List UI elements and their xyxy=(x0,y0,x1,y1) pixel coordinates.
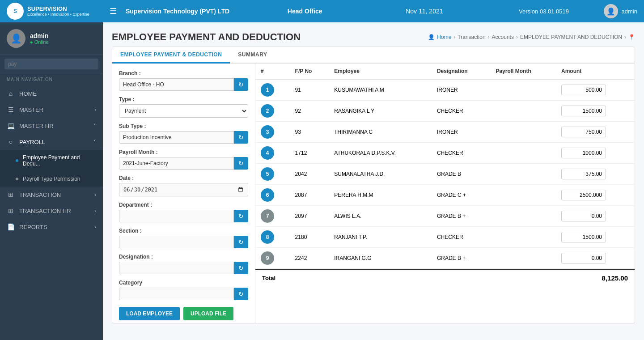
department-refresh-button[interactable]: ↻ xyxy=(234,210,248,222)
sidebar-item-emp-payment[interactable]: Employee Payment and Dedu... xyxy=(0,150,103,171)
search-input[interactable] xyxy=(4,59,98,69)
cell-designation: CHECKER xyxy=(432,143,490,164)
subtype-input[interactable] xyxy=(119,131,234,144)
date-group: Date : xyxy=(119,175,248,196)
cell-payroll-month xyxy=(490,143,556,164)
amount-input[interactable] xyxy=(561,190,606,200)
table-body: 1 91 KUSUMAWATHI A M IRONER 2 92 RASANGI… xyxy=(255,79,635,269)
breadcrumb-home[interactable]: Home xyxy=(437,34,451,40)
department-label: Department : xyxy=(119,202,248,208)
branch-input[interactable] xyxy=(119,78,234,91)
chevron-down-icon2: ˅ xyxy=(93,139,96,145)
category-input-group: ↻ xyxy=(119,288,248,300)
type-select[interactable]: Payment Deduction xyxy=(119,104,248,118)
sidebar-item-reports[interactable]: 📄 REPORTS › xyxy=(0,219,103,235)
date-input[interactable] xyxy=(119,183,248,196)
col-amount: Amount xyxy=(556,64,635,79)
cell-amount xyxy=(556,185,635,206)
col-employee: Employee xyxy=(329,64,432,79)
sidebar-item-home[interactable]: ⌂ HOME xyxy=(0,85,103,102)
section-refresh-button[interactable]: ↻ xyxy=(234,236,248,248)
section-input-group: ↻ xyxy=(119,236,248,248)
table-row: 5 2042 SUMANALATHA J.D. GRADE B xyxy=(255,164,635,185)
nav-user: 👤 admin xyxy=(604,4,637,18)
right-panel: # F/P No Employee Designation Payroll Mo… xyxy=(255,64,635,323)
cell-amount xyxy=(556,101,635,122)
row-number: 5 xyxy=(261,167,274,181)
sidebar-item-payroll[interactable]: ○ PAYROLL ˅ xyxy=(0,134,103,150)
category-input[interactable] xyxy=(119,288,234,300)
category-refresh-button[interactable]: ↻ xyxy=(234,288,248,300)
payroll-submenu: Employee Payment and Dedu... Payroll Typ… xyxy=(0,150,103,187)
chevron-right-icon: › xyxy=(94,107,96,112)
branch-refresh-button[interactable]: ↻ xyxy=(234,78,248,91)
cell-amount xyxy=(556,122,635,143)
cell-num: 8 xyxy=(255,227,290,248)
chevron-right-icon2: › xyxy=(94,192,96,197)
hamburger-icon[interactable]: ☰ xyxy=(110,6,117,16)
cell-payroll-month xyxy=(490,164,556,185)
payroll-month-input[interactable] xyxy=(119,157,234,170)
cell-payroll-month xyxy=(490,227,556,248)
cell-payroll-month xyxy=(490,185,556,206)
logo: S SUPERVISION Excellence • Innovation • … xyxy=(7,3,110,20)
tab-summary[interactable]: SUMMARY xyxy=(230,47,275,64)
payroll-month-input-group: ↻ xyxy=(119,157,248,170)
date-label: Date : xyxy=(119,175,248,181)
department-input[interactable] xyxy=(119,210,234,222)
amount-input[interactable] xyxy=(561,211,606,221)
payroll-month-refresh-button[interactable]: ↻ xyxy=(234,157,248,170)
cell-employee: KUSUMAWATHI A M xyxy=(329,79,432,101)
subtype-label: Sub Type : xyxy=(119,123,248,129)
sidebar-item-transaction[interactable]: ⊞ TRANSACTION › xyxy=(0,187,103,203)
top-navbar: S SUPERVISION Excellence • Innovation • … xyxy=(0,0,644,22)
cell-num: 3 xyxy=(255,122,290,143)
amount-input[interactable] xyxy=(561,253,606,264)
subtype-refresh-button[interactable]: ↻ xyxy=(234,131,248,144)
cell-fp: 91 xyxy=(290,79,329,101)
two-col-layout: Branch : ↻ Type : Payment Deduction xyxy=(112,64,635,323)
table-row: 2 92 RASANGIKA L Y CHECKER xyxy=(255,101,635,122)
section-input[interactable] xyxy=(119,236,234,248)
amount-input[interactable] xyxy=(561,127,606,137)
cell-employee: IRANGANI G.G xyxy=(329,248,432,269)
row-number: 2 xyxy=(261,104,274,118)
tab-emp-deduction[interactable]: EMPLOYEE PAYMENT & DEDUCTION xyxy=(112,47,230,64)
sidebar-item-payroll-type[interactable]: Payroll Type Permission xyxy=(0,171,103,187)
amount-input[interactable] xyxy=(561,169,606,179)
logo-text: SUPERVISION Excellence • Innovation • Ex… xyxy=(27,5,89,17)
cell-fp: 2097 xyxy=(290,206,329,227)
upload-file-button[interactable]: UPLOAD FILE xyxy=(183,307,233,320)
main-layout: 👤 admin ● Online MAIN NAVIGATION ⌂ HOME … xyxy=(0,22,644,340)
amount-input[interactable] xyxy=(561,106,606,116)
table-row: 3 93 THIRIMANNA C IRONER xyxy=(255,122,635,143)
cell-employee: RASANGIKA L Y xyxy=(329,101,432,122)
sidebar-item-master-hr[interactable]: 💻 MASTER HR ˅ xyxy=(0,118,103,134)
breadcrumb-pin-icon: 📍 xyxy=(628,34,635,40)
table-row: 1 91 KUSUMAWATHI A M IRONER xyxy=(255,79,635,101)
designation-input[interactable] xyxy=(119,262,234,274)
amount-input[interactable] xyxy=(561,148,606,158)
cell-amount xyxy=(556,248,635,269)
subtype-input-group: ↻ xyxy=(119,131,248,144)
designation-refresh-button[interactable]: ↻ xyxy=(234,262,248,274)
table-row: 8 2180 RANJANI T.P. CHECKER xyxy=(255,227,635,248)
logo-icon: S xyxy=(7,3,24,20)
cell-employee: THIRIMANNA C xyxy=(329,122,432,143)
sidebar-item-master[interactable]: ☰ MASTER › xyxy=(0,102,103,118)
category-label: Category xyxy=(119,280,248,286)
amount-input[interactable] xyxy=(561,85,606,95)
nav-username: admin xyxy=(622,8,637,15)
table-row: 7 2097 ALWIS L.A. GRADE B + xyxy=(255,206,635,227)
sidebar-item-transaction-hr[interactable]: ⊞ TRANSACTION HR › xyxy=(0,203,103,219)
cell-num: 7 xyxy=(255,206,290,227)
chevron-right-icon4: › xyxy=(94,224,96,230)
load-employee-button[interactable]: LOAD EMPLOYEE xyxy=(119,307,180,320)
cell-fp: 2042 xyxy=(290,164,329,185)
designation-input-group: ↻ xyxy=(119,262,248,274)
col-fp: F/P No xyxy=(290,64,329,79)
row-number: 4 xyxy=(261,146,274,160)
amount-input[interactable] xyxy=(561,232,606,242)
cell-amount xyxy=(556,164,635,185)
user-avatar[interactable]: 👤 xyxy=(604,4,618,18)
